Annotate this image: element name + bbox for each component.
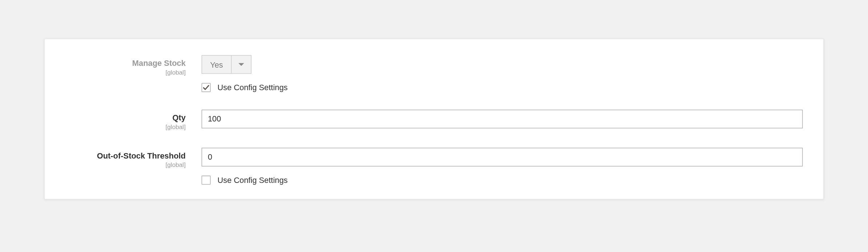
inventory-panel: Manage Stock [global] Yes Use Config Set…	[44, 39, 824, 199]
manage-stock-select: Yes	[202, 55, 251, 74]
qty-label: Qty	[65, 113, 186, 123]
manage-stock-scope: [global]	[65, 69, 186, 76]
chevron-down-icon	[231, 56, 251, 73]
checkbox-checked-icon	[202, 83, 211, 92]
field-qty: Qty [global]	[65, 110, 803, 131]
field-manage-stock: Manage Stock [global] Yes	[65, 55, 803, 76]
oos-threshold-use-config-label: Use Config Settings	[217, 176, 287, 185]
oos-threshold-scope: [global]	[65, 161, 186, 169]
oos-threshold-label: Out-of-Stock Threshold	[65, 151, 186, 161]
manage-stock-use-config-checkbox[interactable]: Use Config Settings	[202, 83, 288, 92]
oos-threshold-use-config-checkbox[interactable]: Use Config Settings	[202, 176, 288, 185]
oos-threshold-input[interactable]	[202, 148, 803, 167]
checkbox-unchecked-icon	[202, 176, 211, 185]
manage-stock-value: Yes	[202, 56, 231, 73]
qty-input[interactable]	[202, 110, 803, 129]
manage-stock-label: Manage Stock	[65, 59, 186, 68]
field-out-of-stock-threshold: Out-of-Stock Threshold [global]	[65, 148, 803, 169]
qty-scope: [global]	[65, 123, 186, 131]
manage-stock-use-config-label: Use Config Settings	[217, 83, 287, 92]
